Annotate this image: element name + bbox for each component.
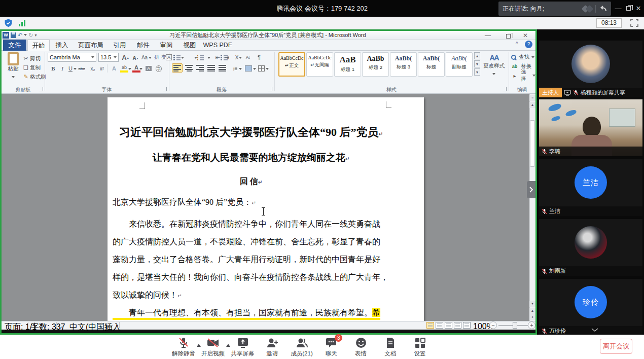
previous-page-button[interactable]: ▲ — [529, 308, 535, 314]
security-shield-icon[interactable] — [4, 19, 13, 27]
participant-tile[interactable]: 兰洁 兰洁 — [539, 159, 642, 216]
copy-button[interactable]: ❏复制 — [22, 62, 41, 72]
participant-tile-host[interactable]: 主持人 杨程颢的屏幕共享 — [539, 41, 642, 97]
view-fullscreen-reading-button[interactable] — [436, 322, 443, 329]
word-restore-button[interactable] — [503, 32, 514, 40]
tab-home[interactable]: 开始 — [27, 40, 50, 51]
fullscreen-icon[interactable] — [630, 19, 638, 27]
bold-button[interactable] — [49, 64, 57, 73]
style-normal[interactable]: AaBbCcDc↵正文 — [278, 52, 305, 77]
tab-insert[interactable]: 插入 — [51, 40, 73, 51]
collapse-popup-arrow-icon[interactable] — [599, 5, 607, 12]
word-close-button[interactable]: ✕ — [520, 32, 531, 39]
view-web-layout-button[interactable] — [445, 322, 452, 329]
styles-dialog-launcher[interactable] — [503, 87, 507, 91]
participant-tile-video[interactable]: 李璐 — [539, 99, 642, 156]
tab-review[interactable]: 审阅 — [155, 40, 177, 51]
undo-icon[interactable]: ↶ — [18, 32, 22, 39]
style-heading3[interactable]: AaBb(标题 3 — [390, 52, 417, 77]
save-icon[interactable] — [11, 32, 16, 38]
decrease-indent-button[interactable] — [213, 53, 222, 61]
emoji-button[interactable]: 表情 — [347, 337, 375, 357]
change-case-caret-icon[interactable] — [149, 57, 152, 60]
format-painter-button[interactable]: ✎格式刷 — [22, 71, 46, 81]
tab-file[interactable]: 文件 — [3, 40, 26, 51]
show-marks-button[interactable] — [255, 53, 263, 61]
highlight-color-button[interactable] — [120, 64, 128, 73]
unmute-button[interactable]: 解除静音 — [169, 337, 198, 357]
tab-mailings[interactable]: 邮件 — [132, 40, 154, 51]
close-button[interactable]: ✕ — [634, 4, 643, 13]
font-name-combo[interactable]: Cambria Ma — [48, 53, 96, 62]
collapse-panel-chevron[interactable] — [583, 327, 606, 334]
line-spacing-caret-icon[interactable] — [239, 68, 242, 71]
shading-button[interactable] — [245, 65, 252, 71]
zoom-out-button[interactable]: − — [489, 321, 497, 329]
minimize-ribbon-icon[interactable]: ^ — [516, 41, 518, 47]
members-button[interactable]: 成员(21) — [288, 337, 316, 357]
redo-icon[interactable]: ↻ — [28, 32, 33, 39]
tab-page-layout[interactable]: 页面布局 — [74, 40, 108, 51]
tab-references[interactable]: 引用 — [109, 40, 131, 51]
numbering-caret-icon[interactable] — [194, 57, 197, 60]
shading-caret-icon[interactable] — [253, 68, 256, 71]
font-dialog-launcher[interactable] — [163, 87, 167, 91]
docs-button[interactable]: 文档 — [376, 337, 405, 357]
borders-caret-icon[interactable] — [266, 68, 269, 71]
scrollbar-thumb[interactable] — [530, 120, 535, 167]
invite-button[interactable]: 邀请 — [258, 337, 287, 357]
bullets-caret-icon[interactable] — [181, 57, 184, 60]
style-no-spacing[interactable]: AaBbCcDc↵无间隔 — [306, 52, 333, 77]
chat-button[interactable]: 聊天 3 — [317, 337, 345, 357]
change-case-button[interactable] — [140, 53, 149, 61]
styles-scroll-up-button[interactable]: ▲ — [474, 52, 480, 59]
word-minimize-button[interactable]: — — [482, 32, 493, 39]
font-color-caret-icon[interactable] — [139, 68, 142, 71]
style-subtitle[interactable]: AaBb(副标题 — [446, 52, 473, 77]
share-screen-button[interactable]: 共享屏幕 — [229, 337, 257, 357]
settings-button[interactable]: 设置 — [406, 337, 434, 357]
text-effects-button[interactable] — [110, 64, 118, 73]
help-icon[interactable]: ? — [525, 41, 532, 48]
tab-view[interactable]: 视图 — [178, 40, 201, 51]
zoom-in-button[interactable]: + — [528, 321, 535, 329]
align-right-button[interactable] — [196, 64, 204, 71]
document-canvas[interactable]: 习近平回信勉励北京大学援鄂医疗队全体“90 后”党员↵ 让青春在党和人民最需要的… — [2, 94, 529, 321]
view-print-layout-button[interactable] — [426, 322, 434, 329]
status-insert-mode[interactable]: 插入 — [104, 322, 121, 333]
start-video-button[interactable]: 开启视频 — [199, 337, 227, 357]
undo-caret-icon[interactable] — [24, 34, 27, 38]
select-browse-object-button[interactable]: ● — [529, 314, 535, 320]
character-shading-button[interactable] — [145, 64, 153, 73]
status-language[interactable]: 中文(中国) — [69, 322, 108, 333]
font-size-combo[interactable]: 13.5 — [98, 53, 119, 62]
tab-wps-pdf[interactable]: WPS PDF — [202, 40, 233, 51]
scroll-up-arrow[interactable]: ▲ — [529, 102, 535, 108]
select-button[interactable]: 选择 — [511, 71, 535, 80]
word-app-icon[interactable]: W — [3, 32, 9, 39]
restore-button[interactable] — [624, 4, 633, 13]
change-styles-button[interactable]: 更改样式 — [480, 53, 508, 79]
cut-button[interactable]: ✂剪切 — [22, 53, 41, 63]
character-border-button[interactable] — [166, 53, 172, 61]
scroll-down-arrow[interactable]: ▼ — [529, 301, 535, 307]
align-center-button[interactable] — [185, 64, 193, 71]
find-button[interactable]: 查找 — [511, 53, 534, 61]
style-title[interactable]: AaBb(标题 — [418, 52, 445, 77]
underline-caret-icon[interactable] — [74, 68, 77, 71]
view-outline-button[interactable] — [454, 322, 461, 329]
justify-button[interactable] — [207, 64, 215, 71]
distribute-button[interactable] — [219, 64, 226, 71]
highlight-caret-icon[interactable] — [128, 68, 131, 71]
shrink-font-button[interactable] — [131, 54, 139, 62]
view-draft-button[interactable] — [463, 322, 471, 329]
ruler-toggle-button[interactable]: ≡ — [529, 95, 535, 101]
line-spacing-button[interactable] — [231, 64, 239, 73]
multilevel-caret-icon[interactable] — [207, 57, 210, 60]
zoom-slider-thumb[interactable] — [513, 322, 517, 329]
participant-tile[interactable]: 刘雨新 — [539, 219, 642, 276]
numbering-button[interactable] — [196, 55, 204, 61]
superscript-button[interactable] — [98, 64, 106, 73]
bullets-button[interactable] — [173, 55, 181, 61]
asian-layout-caret-icon[interactable] — [239, 57, 242, 60]
